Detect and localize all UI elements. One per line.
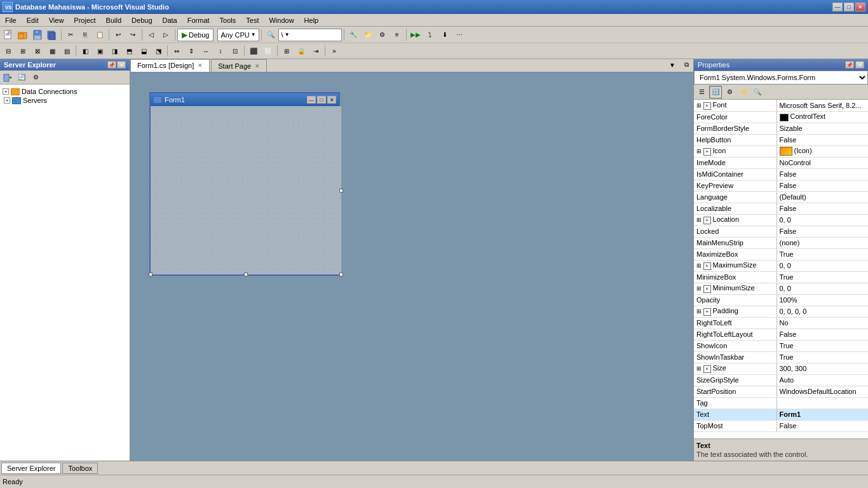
data-connections-expand[interactable]: + <box>3 88 9 95</box>
resize-bottom-left[interactable] <box>149 273 153 276</box>
prop-val-text[interactable]: Form1 <box>776 409 868 420</box>
prop-val-righttoleft[interactable]: No <box>776 317 868 329</box>
layout-btn1[interactable]: ⊟ <box>1 44 15 58</box>
align-center-btn[interactable]: ▣ <box>93 44 107 58</box>
resize-bottom-right[interactable] <box>339 273 343 276</box>
save-btn[interactable] <box>31 28 44 42</box>
properties-object-select[interactable]: Form1 System.Windows.Forms.Form <box>694 71 868 85</box>
find-btn[interactable]: 🔍 <box>264 28 278 42</box>
props-props-btn[interactable]: ⚙ <box>723 86 736 98</box>
explorer-properties2-btn[interactable]: ⚙ <box>29 71 43 85</box>
prop-val-size[interactable]: 300, 300 <box>776 363 868 374</box>
space-horiz-btn[interactable]: ⇔ <box>170 44 184 58</box>
tab-form1-close[interactable]: ✕ <box>198 62 203 69</box>
step-into-btn[interactable]: ⬇ <box>438 28 452 42</box>
minimize-button[interactable]: — <box>832 3 843 11</box>
server-explorer-pin-btn[interactable]: 📌 <box>107 61 116 69</box>
props-alpha-btn[interactable]: 🔡 <box>709 86 722 98</box>
menu-test[interactable]: Test <box>241 14 264 26</box>
prop-val-forecolor[interactable]: ControlText <box>776 111 868 123</box>
cut-btn[interactable]: ✂ <box>64 28 78 42</box>
layout-btn5[interactable]: ▤ <box>60 44 74 58</box>
save-all-btn[interactable] <box>45 28 59 42</box>
grid-btn[interactable]: ⊞ <box>280 44 294 58</box>
menu-window[interactable]: Window <box>264 14 299 26</box>
prop-val-minimizebox[interactable]: True <box>776 271 868 283</box>
layout-btn3[interactable]: ⊠ <box>31 44 44 58</box>
lock-btn[interactable]: 🔒 <box>294 44 308 58</box>
prop-val-font[interactable]: Microsoft Sans Serif, 8.2... <box>776 100 868 111</box>
align-left-btn[interactable]: ◧ <box>78 44 92 58</box>
prop-val-helpbutton[interactable]: False <box>776 134 868 146</box>
properties-pin-btn[interactable]: 📌 <box>845 61 854 69</box>
font-expand-icon[interactable]: + <box>703 102 711 110</box>
resize-right[interactable] <box>339 189 343 193</box>
properties-close-btn[interactable]: ✕ <box>855 61 864 69</box>
minsize-expand-icon[interactable]: + <box>703 285 711 293</box>
redo-btn[interactable]: ↪ <box>126 28 140 42</box>
maxsize-expand-icon[interactable]: + <box>703 262 711 270</box>
step-over-btn[interactable]: ⤵ <box>423 28 437 42</box>
more-btn[interactable]: ≡ <box>390 28 404 42</box>
prop-val-ismdicontainer[interactable]: False <box>776 168 868 180</box>
menu-file[interactable]: File <box>0 14 22 26</box>
tab-order-btn[interactable]: ⇥ <box>309 44 323 58</box>
layout-btn2[interactable]: ⊞ <box>16 44 30 58</box>
open-btn[interactable] <box>16 28 30 42</box>
close-button[interactable]: ✕ <box>855 3 865 11</box>
prop-val-startposition[interactable]: WindowsDefaultLocation <box>776 386 868 397</box>
align-bottom-btn[interactable]: ⬔ <box>151 44 165 58</box>
run-btn[interactable]: ▶▶ <box>409 28 423 42</box>
tree-item-servers[interactable]: + Servers <box>3 96 127 105</box>
size-width-btn[interactable]: ↔ <box>199 44 213 58</box>
order-front-btn[interactable]: ⬛ <box>247 44 261 58</box>
prop-val-localizable[interactable]: False <box>776 203 868 214</box>
menu-data[interactable]: Data <box>158 14 182 26</box>
prop-val-formborderstyle[interactable]: Sizable <box>776 123 868 134</box>
align-middle-btn[interactable]: ⬓ <box>137 44 151 58</box>
new-project-btn[interactable] <box>1 28 15 42</box>
prop-val-mainmenustrip[interactable]: (none) <box>776 237 868 248</box>
tab-start-page-close[interactable]: ✕ <box>255 63 260 69</box>
align-top-btn[interactable]: ⬒ <box>122 44 136 58</box>
padding-expand-icon[interactable]: + <box>703 308 711 316</box>
forward-btn[interactable]: ▷ <box>159 28 173 42</box>
paste-btn[interactable]: 📋 <box>93 28 107 42</box>
bottom-tab-toolbox[interactable]: Toolbox <box>62 463 98 474</box>
prop-val-keypreview[interactable]: False <box>776 180 868 191</box>
start-debug-btn[interactable]: ▶ Debug <box>177 29 214 41</box>
menu-view[interactable]: View <box>44 14 69 26</box>
prop-val-opacity[interactable]: 100% <box>776 294 868 306</box>
menu-build[interactable]: Build <box>101 14 126 26</box>
server-explorer-close-btn[interactable]: ✕ <box>117 61 126 69</box>
float-btn[interactable]: ⧉ <box>679 59 693 72</box>
prop-val-language[interactable]: (Default) <box>776 191 868 203</box>
tree-item-data-connections[interactable]: + Data Connections <box>3 87 127 96</box>
prop-val-righttoleftlayout[interactable]: False <box>776 329 868 340</box>
icon-expand-icon[interactable]: + <box>703 148 711 156</box>
same-size-btn[interactable]: ⊡ <box>228 44 242 58</box>
form-close-btn[interactable]: ✕ <box>327 96 336 104</box>
props-category-btn[interactable]: ☰ <box>695 86 708 98</box>
more-format-btn[interactable]: » <box>327 44 341 58</box>
menu-help[interactable]: Help <box>299 14 324 26</box>
explorer-refresh-btn[interactable]: 🔄 <box>15 71 29 85</box>
space-vert-btn[interactable]: ⇕ <box>184 44 198 58</box>
design-canvas[interactable]: Form1 — □ ✕ <box>130 73 693 461</box>
prop-val-topmost[interactable]: False <box>776 420 868 431</box>
prop-val-padding[interactable]: 0, 0, 0, 0 <box>776 306 868 317</box>
prop-val-sizegripstyle[interactable]: Auto <box>776 374 868 386</box>
prop-val-showintaskbar[interactable]: True <box>776 351 868 363</box>
resize-bottom-center[interactable] <box>244 273 248 276</box>
back-btn[interactable]: ◁ <box>144 28 158 42</box>
prop-val-imemode[interactable]: NoControl <box>776 157 868 168</box>
solution-btn[interactable]: 📁 <box>361 28 375 42</box>
undo-btn[interactable]: ↩ <box>111 28 125 42</box>
tab-start-page[interactable]: Start Page ✕ <box>211 59 267 72</box>
properties-btn[interactable]: ⚙ <box>376 28 390 42</box>
prop-val-maximizebox[interactable]: True <box>776 248 868 260</box>
form-maximize-btn[interactable]: □ <box>317 96 326 104</box>
form-body[interactable] <box>151 106 341 274</box>
props-events-btn[interactable]: ⚡ <box>737 86 750 98</box>
size-height-btn[interactable]: ↕ <box>214 44 227 58</box>
